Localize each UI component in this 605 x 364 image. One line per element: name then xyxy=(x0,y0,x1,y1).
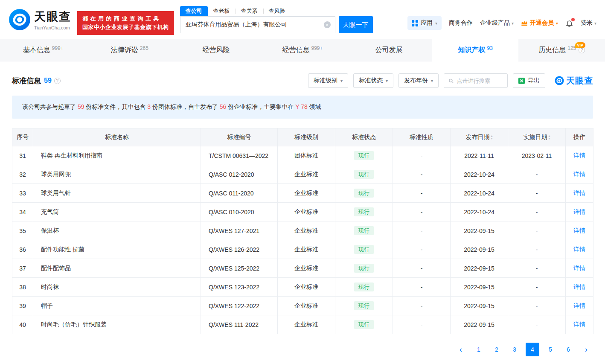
export-button[interactable]: 导出 xyxy=(513,73,545,88)
search-tab-查风险[interactable]: 查风险 xyxy=(263,6,291,16)
table-search-input[interactable] xyxy=(457,78,503,84)
column-label: 发布日期 xyxy=(465,134,489,140)
cell-action: 详情 xyxy=(566,146,593,165)
business-cooperation-link[interactable]: 商务合作 xyxy=(449,19,473,27)
column-label: 标准性质 xyxy=(410,134,433,140)
search-tab-查老板[interactable]: 查老板 xyxy=(208,6,236,16)
page-button-5[interactable]: 5 xyxy=(544,343,557,356)
notification-bell[interactable] xyxy=(565,19,573,27)
cell-impl-date: - xyxy=(508,221,566,240)
cell-action: 详情 xyxy=(566,259,593,278)
cell-status: 现行 xyxy=(335,278,393,297)
clear-icon[interactable]: × xyxy=(324,21,331,28)
detail-link[interactable]: 详情 xyxy=(573,189,585,196)
cell-code: Q/XWES 111-2022 xyxy=(201,315,278,334)
tab-历史信息[interactable]: 历史信息125VIP? xyxy=(518,39,605,61)
cell-code: T/CSTM 00631—2022 xyxy=(201,146,278,165)
cell-action: 详情 xyxy=(566,315,593,334)
detail-link[interactable]: 详情 xyxy=(573,321,585,328)
cell-no: 40 xyxy=(12,315,33,334)
section-head: 标准信息 59 ? 标准级别▾标准状态▾发布年份▾ 导出 xyxy=(12,73,593,88)
page-button-6[interactable]: 6 xyxy=(561,343,575,356)
filter-标准状态[interactable]: 标准状态▾ xyxy=(353,73,393,88)
column-header-标准性质: 标准性质 xyxy=(393,128,451,146)
chevron-down-icon: ▾ xyxy=(431,79,433,83)
cell-level: 企业标准 xyxy=(278,259,335,278)
search-button[interactable]: 天眼一下 xyxy=(339,16,373,33)
search-tab-查公司[interactable]: 查公司 xyxy=(180,6,208,16)
cell-status: 现行 xyxy=(335,184,393,203)
search-input[interactable] xyxy=(180,17,335,33)
table-row: 39帽子Q/XWES 122-2022企业标准现行-2022-09-15-详情 xyxy=(12,297,593,315)
detail-link[interactable]: 详情 xyxy=(573,152,585,159)
tab-经营风险[interactable]: 经营风险 xyxy=(173,39,259,61)
cell-name: 配件功能性 抗菌 xyxy=(33,240,201,259)
column-header-实施日期[interactable]: 实施日期▴▾ xyxy=(508,128,566,146)
cell-impl-date: - xyxy=(508,203,566,221)
section-title: 标准信息 xyxy=(12,76,41,86)
summary-text: 该公司共参与起草了 59 份标准文件，其中包含 3 份团体标准，自主发布了 56… xyxy=(22,103,321,111)
sort-down-arrow: ▾ xyxy=(548,137,550,140)
cell-pub-date: 2022-10-24 xyxy=(451,184,508,203)
detail-link[interactable]: 详情 xyxy=(573,171,585,178)
logo-text: 天眼查 TianYanCha.com xyxy=(34,9,71,30)
tianyancha-logo-icon xyxy=(9,9,31,31)
cell-nature: - xyxy=(393,184,451,203)
column-header-标准编号: 标准编号 xyxy=(201,128,278,146)
user-menu[interactable]: 费米 ▾ xyxy=(581,19,596,27)
tab-知识产权[interactable]: 知识产权93 xyxy=(432,39,519,61)
notification-dot xyxy=(571,18,575,21)
summary-segment: 份企业标准，主要集中在 xyxy=(226,103,295,110)
cell-status: 现行 xyxy=(335,165,393,184)
column-header-标准名称: 标准名称 xyxy=(33,128,201,146)
detail-link[interactable]: 详情 xyxy=(573,246,585,253)
sort-icon[interactable]: ▴▾ xyxy=(491,135,492,140)
cell-status: 现行 xyxy=(335,203,393,221)
tab-count: 999+ xyxy=(52,45,64,51)
tab-经营信息[interactable]: 经营信息999+ xyxy=(259,39,346,61)
excel-icon xyxy=(518,78,525,84)
page-button-3[interactable]: 3 xyxy=(508,343,521,356)
summary-segment: 3 xyxy=(147,103,151,110)
tab-法律诉讼[interactable]: 法律诉讼265 xyxy=(87,39,173,61)
enterprise-products-menu[interactable]: 企业级产品 ▾ xyxy=(480,19,514,27)
cell-impl-date: - xyxy=(508,297,566,315)
section-count: 59 xyxy=(44,77,52,84)
detail-link[interactable]: 详情 xyxy=(573,283,585,290)
detail-link[interactable]: 详情 xyxy=(573,227,585,234)
cell-pub-date: 2022-09-15 xyxy=(451,315,508,334)
cell-nature: - xyxy=(393,297,451,315)
promo-banner: 都在用的商业查询工具 国家中小企业发展子基金旗下机构 xyxy=(77,11,174,35)
vip-upgrade-menu[interactable]: 开通会员 ▾ xyxy=(521,19,558,27)
help-icon[interactable]: ? xyxy=(54,78,61,84)
brand-name: 天眼查 xyxy=(34,9,71,24)
page-button-2[interactable]: 2 xyxy=(490,343,503,356)
cell-level: 企业标准 xyxy=(278,278,335,297)
detail-link[interactable]: 详情 xyxy=(573,265,585,271)
promo-line1: 都在用的商业查询工具 xyxy=(82,15,169,23)
cell-pub-date: 2022-09-15 xyxy=(451,259,508,278)
search-input-wrap: × xyxy=(180,16,335,33)
search-tab-查关系[interactable]: 查关系 xyxy=(236,6,263,16)
tianyancha-logo[interactable]: 天眼查 TianYanCha.com xyxy=(9,9,71,31)
sort-icon[interactable]: ▴▾ xyxy=(548,135,550,140)
standards-table: 序号标准名称标准编号标准级别标准状态标准性质发布日期▴▾实施日期▴▾操作 31鞋… xyxy=(12,128,593,334)
column-label: 操作 xyxy=(573,134,585,140)
next-page-button[interactable]: › xyxy=(579,343,593,356)
filter-标准级别[interactable]: 标准级别▾ xyxy=(308,73,348,88)
detail-link[interactable]: 详情 xyxy=(573,208,585,215)
page-button-4[interactable]: 4 xyxy=(526,343,539,356)
apps-menu[interactable]: 应用 ▾ xyxy=(407,16,442,30)
filter-发布年份[interactable]: 发布年份▾ xyxy=(398,73,439,88)
tab-基本信息[interactable]: 基本信息999+ xyxy=(0,39,87,61)
detail-link[interactable]: 详情 xyxy=(573,302,585,309)
tab-公司发展[interactable]: 公司发展 xyxy=(346,39,432,61)
page-button-1[interactable]: 1 xyxy=(472,343,486,356)
cell-name: 保温杯 xyxy=(33,221,201,240)
table-row: 37配件配饰品Q/XWES 125-2022企业标准现行-2022-09-15-… xyxy=(12,259,593,278)
prev-page-button[interactable]: ‹ xyxy=(454,343,468,356)
tab-count: 93 xyxy=(487,45,493,51)
table-row: 35保温杯Q/XWES 127-2021企业标准现行-2022-09-15-详情 xyxy=(12,221,593,240)
column-header-发布日期[interactable]: 发布日期▴▾ xyxy=(451,128,508,146)
table-search[interactable] xyxy=(444,73,508,88)
